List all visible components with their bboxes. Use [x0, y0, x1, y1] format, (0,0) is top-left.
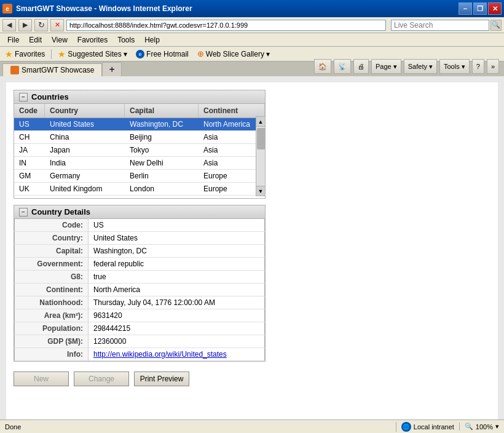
live-search-input[interactable]	[391, 20, 489, 31]
sgwt-container: − Countries Code Country Capital Contine…	[6, 82, 498, 419]
suggested-icon: ★	[58, 49, 66, 59]
print-preview-button[interactable]: Print Preview	[134, 371, 189, 386]
suggested-label: Suggested Sites ▾	[68, 50, 127, 58]
cell-code-1: CH	[14, 131, 45, 143]
scroll-track	[256, 127, 265, 186]
page-icon: 🏠	[318, 63, 327, 71]
safety-label: Safety ▾	[408, 63, 433, 71]
detail-value-government: federal republic	[89, 258, 265, 271]
cell-code-0: US	[14, 118, 45, 130]
overflow-button[interactable]: »	[487, 59, 499, 74]
free-hotmail[interactable]: e Free Hotmail	[133, 49, 191, 60]
detail-row-gdp: GDP ($M): 12360000	[15, 335, 265, 348]
cell-code-2: JA	[14, 144, 45, 156]
cell-country-2: Japan	[45, 144, 125, 156]
page-dropdown-button[interactable]: Page ▾	[371, 59, 401, 74]
refresh-button[interactable]: ↻	[34, 19, 48, 31]
info-link[interactable]: http://en.wikipedia.org/wiki/United_stat…	[93, 350, 227, 359]
cell-capital-5: London	[125, 183, 199, 195]
details-collapse-button[interactable]: −	[19, 208, 28, 217]
menu-edit[interactable]: Edit	[24, 34, 47, 46]
status-zoom: 🔍 100% ▾	[459, 423, 499, 431]
separator	[51, 49, 52, 59]
status-zone: 🌐 Local intranet	[396, 422, 454, 432]
page-button[interactable]: 🏠	[314, 59, 331, 74]
scroll-down-arrow[interactable]: ▼	[256, 186, 265, 196]
tab-smartgwt[interactable]: SmartGWT Showcase	[2, 63, 102, 76]
main-content: − Countries Code Country Capital Contine…	[0, 76, 504, 419]
details-table: Code: US Country: United States Capital:…	[14, 218, 265, 361]
grid-row-us[interactable]: US United States Washington, DC North Am…	[14, 118, 265, 131]
change-button[interactable]: Change	[74, 371, 129, 386]
cell-capital-1: Beijing	[125, 131, 199, 143]
cell-country-0: United States	[45, 118, 125, 130]
grid-row-gm[interactable]: GM Germany Berlin Europe	[14, 170, 265, 183]
menu-file[interactable]: File	[2, 34, 24, 46]
restore-button[interactable]: ❐	[473, 2, 487, 15]
forward-button[interactable]: ▶	[18, 19, 32, 31]
scroll-up-arrow[interactable]: ▲	[256, 117, 265, 127]
countries-header: − Countries	[14, 90, 266, 103]
menu-help[interactable]: Help	[140, 34, 165, 46]
details-body: Code: US Country: United States Capital:…	[14, 218, 266, 362]
details-section: − Country Details Code: US Country: Unit…	[14, 205, 490, 362]
suggested-sites[interactable]: ★ Suggested Sites ▾	[55, 48, 130, 60]
detail-value-continent: North America	[89, 284, 265, 296]
cell-code-4: GM	[14, 170, 45, 182]
cell-country-3: India	[45, 157, 125, 169]
rss-button[interactable]: 📡	[334, 59, 351, 74]
window-title: SmartGWT Showcase - Windows Internet Exp…	[16, 4, 459, 13]
favorites-button[interactable]: ★ Favorites	[2, 48, 47, 60]
cell-code-5: UK	[14, 183, 45, 195]
new-tab-button[interactable]: +	[102, 62, 121, 76]
tab-label: SmartGWT Showcase	[22, 66, 94, 74]
menu-favorites[interactable]: Favorites	[73, 34, 112, 46]
cell-country-1: China	[45, 131, 125, 143]
col-header-capital: Capital	[125, 104, 199, 117]
detail-label-info: Info:	[15, 348, 89, 361]
scroll-thumb[interactable]	[257, 128, 266, 149]
web-slice-gallery[interactable]: ⊕ Web Slice Gallery ▾	[195, 48, 272, 60]
grid-row-ja[interactable]: JA Japan Tokyo Asia	[14, 144, 265, 157]
help-button[interactable]: ?	[472, 59, 484, 74]
minimize-button[interactable]: −	[459, 2, 472, 15]
address-bar: ◀ ▶ ↻ ✕ 🔍	[0, 17, 504, 33]
detail-label-area: Area (km²):	[15, 309, 89, 322]
tab-bar: SmartGWT Showcase + 🏠 📡 🖨 Page ▾ Safety …	[0, 62, 504, 76]
close-button[interactable]: ✕	[488, 2, 502, 15]
grid-header: Code Country Capital Continent	[14, 104, 265, 118]
col-header-code: Code	[14, 104, 45, 117]
detail-row-code: Code: US	[15, 219, 265, 232]
window-controls[interactable]: − ❐ ✕	[459, 2, 502, 15]
print-button[interactable]: 🖨	[353, 59, 369, 74]
grid-row-in[interactable]: IN India New Delhi Asia	[14, 157, 265, 170]
webslice-label: Web Slice Gallery ▾	[206, 50, 270, 58]
detail-label-government: Government:	[15, 258, 89, 271]
countries-collapse-button[interactable]: −	[19, 93, 28, 101]
detail-label-capital: Capital:	[15, 245, 89, 258]
favorites-label: Favorites	[15, 50, 45, 58]
grid-row-ch[interactable]: CH China Beijing Asia	[14, 131, 265, 144]
detail-label-continent: Continent:	[15, 284, 89, 296]
countries-section: − Countries Code Country Capital Contine…	[14, 90, 490, 200]
cell-continent-5: Europe	[199, 183, 265, 195]
grid-scrollbar[interactable]: ▲ ▼	[256, 116, 266, 196]
tools-button[interactable]: Tools ▾	[439, 59, 470, 74]
detail-value-population: 298444215	[89, 322, 265, 335]
address-input[interactable]	[66, 20, 386, 31]
safety-button[interactable]: Safety ▾	[404, 59, 437, 74]
grid-row-uk[interactable]: UK United Kingdom London Europe	[14, 183, 265, 196]
new-button[interactable]: New	[14, 371, 69, 386]
menu-view[interactable]: View	[47, 34, 73, 46]
cell-continent-1: Asia	[199, 131, 265, 143]
stop-button[interactable]: ✕	[50, 19, 64, 31]
zoom-chevron-icon: ▾	[495, 423, 499, 431]
back-button[interactable]: ◀	[2, 19, 16, 31]
cell-capital-0: Washington, DC	[125, 118, 199, 130]
menu-tools[interactable]: Tools	[112, 34, 140, 46]
detail-row-population: Population: 298444215	[15, 322, 265, 335]
grid-wrapper: Code Country Capital Continent US United…	[14, 103, 266, 199]
detail-label-nationhood: Nationhood:	[15, 296, 89, 309]
details-title: Country Details	[31, 207, 90, 217]
detail-value-info[interactable]: http://en.wikipedia.org/wiki/United_stat…	[89, 348, 265, 361]
